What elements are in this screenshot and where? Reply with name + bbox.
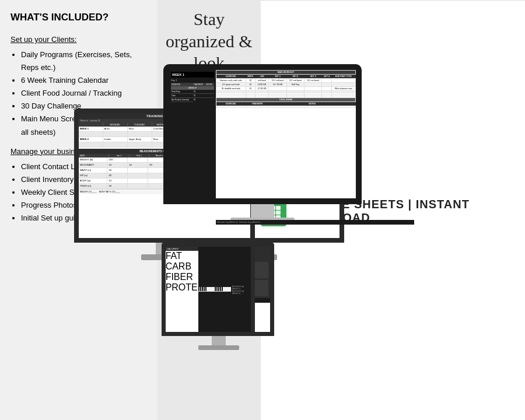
exercise-row: SL deadlift each side 12 17.5D KB W/on b… [216, 87, 356, 91]
col-carb: CARB [166, 261, 191, 271]
right-partial-monitor: CALORIES FAT CARB FIBER PROTEIN [162, 243, 255, 336]
col-set4-h: SET 4 [322, 75, 331, 79]
col-tue-t: TUESDAY [128, 123, 152, 127]
section1-label: Set up your Clients: [10, 35, 147, 44]
col-lbs-h: LBS [255, 75, 269, 79]
cool-down-row [216, 106, 356, 108]
main-workout-table: MAIN WORKOUT EXERCISE REPS LBS SET 1 SET… [216, 70, 356, 108]
col-exercise-h: EXERCISE [216, 75, 246, 79]
monitor-screen-imac: WEEK 1 Day 1 EXERCISE TIME/REPS NOTES WA… [163, 64, 362, 204]
bodyfat-label: BODY FAT % (*2) ____ [99, 191, 120, 193]
monitor-imac: WEEK 1 Day 1 EXERCISE TIME/REPS NOTES WA… [163, 64, 362, 225]
monitor-neck-left2 [212, 336, 226, 345]
food-row [215, 287, 223, 292]
right-partial-inner: CALORIES FAT CARB FIBER PROTEIN [166, 247, 198, 332]
col-week [79, 123, 103, 127]
col-set3-h: SET 3 [304, 75, 322, 79]
col-bodytype-h: BODY/SET TYPE [331, 75, 355, 79]
main-workout-label: MAIN WORKOUT [216, 71, 356, 75]
right-sheet-header-row: CALORIES [166, 247, 198, 251]
what-included-title: WHAT'S INCLUDED? [10, 12, 147, 23]
col-cd-timereps: TIME/REPS [246, 102, 269, 106]
imac-left-sidebar: WEEK 1 Day 1 EXERCISE TIME/REPS NOTES WA… [169, 70, 216, 198]
exercise-row: Hammer curls each side 10 red band 10 / … [216, 79, 356, 83]
weight-label: WEIGHT (*1) ____ [80, 191, 97, 193]
screen-inner-imac: WEEK 1 Day 1 EXERCISE TIME/REPS NOTES WA… [169, 70, 356, 198]
right-panel: Stay organized &look professional! WEEKL… [158, 0, 261, 420]
col-reps-h: REPS [246, 75, 255, 79]
list-item: Daily Programs (Exercises, Sets, Reps et… [21, 48, 147, 74]
col-calories: CALORIES [167, 247, 178, 250]
week-1-label: WEEK 1 [171, 72, 214, 78]
exercise-row: 1/2 squat each side 10 10/30 KB 10 / 30 … [216, 83, 356, 87]
cool-down-label: COOL DOWN [216, 98, 356, 102]
monitor-neck-imac [251, 204, 274, 219]
list-item: 6 Week Training Calendar [21, 74, 147, 87]
list-item: Client Food Journal / Tracking [21, 87, 147, 100]
food-row [206, 287, 215, 292]
day-1-label: Day 1 [171, 79, 214, 82]
col-protein: PROTEIN [166, 282, 198, 292]
bottom-links-bar: Exercise Log (Week 1) Exercise Log (Week… [231, 284, 251, 296]
monitor-base-left2 [198, 345, 239, 350]
imac-sheet: WEEK 1 Day 1 EXERCISE TIME/REPS NOTES WA… [169, 70, 356, 198]
col-set1-h: SET 1 [269, 75, 286, 79]
imac-right-main: MAIN WORKOUT EXERCISE REPS LBS SET 1 SET… [216, 70, 356, 198]
left-exercise-mini: EXERCISE TIME/REPS NOTES WARM UP Dead Bu… [171, 83, 214, 102]
col-cd-exercise: EXERCISE [216, 102, 246, 106]
col-set2-h: SET 2 [286, 75, 304, 79]
right-partial-screen: CALORIES FAT CARB FIBER PROTEIN [162, 243, 255, 336]
food-row [198, 287, 206, 292]
food-row [223, 287, 231, 292]
col-mon-t: MONDAY [103, 123, 128, 127]
col-fiber: FIBER [166, 272, 193, 282]
col-fat: FAT [166, 251, 182, 261]
col-cd-notes: NOTES [269, 102, 356, 106]
